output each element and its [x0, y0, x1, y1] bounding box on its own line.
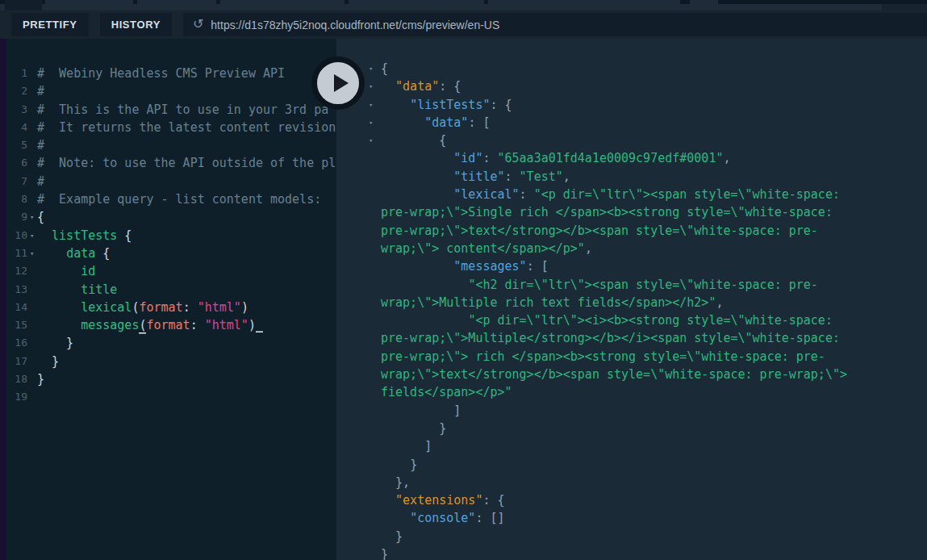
collapse-arrow-icon[interactable]: ▾: [369, 96, 377, 114]
code-segment: [37, 318, 81, 332]
app-root: PRETTIFY HISTORY ↺ https://d1s78zhy5i2no…: [0, 0, 927, 560]
code-line: 16 }: [6, 334, 336, 352]
tab[interactable]: [5, 0, 42, 10]
code-segment: pre-wrap;\">Multiple</strong></b></i><sp…: [381, 331, 840, 345]
reload-icon[interactable]: ↺: [193, 18, 203, 31]
endpoint-url-box[interactable]: ↺ https://d1s78zhy5i2noq.cloudfront.net/…: [183, 13, 927, 36]
result-line: pre-wrap;\">Multiple</strong></b></i><sp…: [336, 329, 927, 347]
line-number: 19: [6, 388, 27, 406]
code-segment: }: [381, 547, 388, 560]
query-text: messages(format: "html"): [37, 316, 336, 334]
fold-arrow-icon[interactable]: ▾: [30, 227, 38, 244]
code-segment: "data": [424, 115, 468, 130]
code-segment: : {: [490, 98, 512, 112]
collapse-arrow-icon[interactable]: ▾: [369, 114, 377, 132]
result-line: wrap;\">Multiple rich text fields</span>…: [336, 294, 927, 311]
error-underline: [256, 320, 263, 332]
code-segment: }: [37, 336, 73, 350]
result-line: wrap;\"> content</span></p>",: [336, 240, 927, 257]
result-line: },: [336, 474, 927, 491]
tab[interactable]: [488, 0, 680, 10]
code-line: 18}: [6, 370, 336, 388]
fold-arrow-icon[interactable]: ▾: [30, 244, 38, 262]
result-text: wrap;\"> content</span></p>",: [381, 240, 927, 257]
result-line: ▾{: [336, 60, 927, 77]
code-line: 7#: [6, 173, 336, 190]
code-line: 6# Note: to use the API outside of the p…: [6, 154, 336, 172]
result-line: }: [336, 456, 927, 474]
code-line: 9▾{: [6, 208, 336, 226]
code-line: 1# Webiny Headless CMS Preview API: [6, 65, 336, 82]
code-segment: :: [183, 300, 198, 315]
code-segment: }: [410, 458, 417, 472]
code-line: 17 }: [6, 353, 336, 370]
result-line: ▾ "listTests": {: [336, 96, 927, 114]
code-segment: id: [81, 264, 95, 278]
code-line: 8# Example query - list content models:: [6, 190, 336, 208]
query-text: }: [37, 334, 336, 352]
result-text: "console": []: [381, 509, 927, 527]
query-text: # Example query - list content models:: [37, 190, 336, 208]
result-line: wrap;\">text</strong></b><span style=\"w…: [336, 366, 927, 383]
history-button[interactable]: HISTORY: [100, 13, 172, 36]
line-number: 17: [6, 353, 27, 370]
code-segment: "lexical": [453, 187, 519, 202]
result-text: wrap;\">Multiple rich text fields</span>…: [381, 294, 927, 311]
code-line: 15 messages(format: "html"): [6, 316, 336, 334]
code-segment: pre-wrap;\">text</strong></b><span style…: [381, 224, 818, 238]
collapse-arrow-icon[interactable]: ▾: [369, 132, 377, 149]
result-line: pre-wrap;\">text</strong></b><span style…: [336, 222, 927, 240]
code-segment: [37, 228, 52, 243]
result-line: "messages": [: [336, 257, 927, 275]
collapse-arrow-icon[interactable]: ▾: [369, 60, 377, 77]
tab-strip-band-right: [882, 4, 927, 10]
code-segment: "data": [395, 79, 439, 94]
code-segment: data: [66, 246, 95, 261]
code-segment: "listTests": [410, 98, 490, 112]
query-editor-pane[interactable]: 1# Webiny Headless CMS Preview API2#3# T…: [6, 39, 336, 560]
line-number: 6: [6, 154, 27, 172]
result-text: ]: [381, 437, 927, 455]
tab[interactable]: [349, 0, 484, 10]
tab[interactable]: [137, 0, 216, 10]
line-number: 8: [6, 190, 27, 208]
code-segment: [37, 300, 81, 315]
code-segment: ,: [723, 151, 730, 165]
tab[interactable]: [45, 0, 133, 10]
collapse-arrow-icon[interactable]: ▾: [369, 77, 377, 95]
line-number: 13: [6, 281, 27, 299]
code-segment: :: [190, 318, 205, 332]
toolbar: PRETTIFY HISTORY ↺ https://d1s78zhy5i2no…: [0, 10, 927, 39]
result-text: pre-wrap;\">Multiple</strong></b></i><sp…: [381, 329, 927, 347]
result-line: }: [336, 545, 927, 560]
tab[interactable]: [220, 0, 344, 10]
result-text: },: [381, 474, 927, 491]
execute-query-button[interactable]: [311, 56, 365, 110]
result-text: "title": "Test",: [381, 168, 927, 186]
line-number: 7: [6, 173, 27, 190]
line-number: 5: [6, 136, 27, 154]
code-segment: }: [439, 421, 446, 436]
code-segment: "console": [410, 511, 475, 525]
query-text: # This is the API to use in your 3rd pa: [37, 101, 336, 119]
result-text: "<p dir=\"ltr\"><i><b><strong style=\"wh…: [381, 311, 927, 329]
code-segment: : [: [527, 259, 549, 274]
code-segment: : {: [482, 493, 504, 508]
result-text: "listTests": {: [381, 96, 927, 114]
result-line: "id": "65aa3a01fd4a1e0009c97edf#0001",: [336, 149, 927, 167]
tab[interactable]: [690, 0, 718, 10]
query-text: # It returns the latest content revision: [37, 119, 336, 136]
result-text: }: [381, 528, 927, 545]
code-segment: ]: [424, 439, 432, 453]
code-segment: "extensions": [395, 493, 482, 508]
code-segment: messages: [81, 318, 139, 332]
prettify-button[interactable]: PRETTIFY: [11, 13, 89, 36]
result-line: }: [336, 528, 927, 545]
code-segment: "Test": [520, 169, 563, 184]
response-pane: ▾{▾ "data": {▾ "listTests": {▾ "data": […: [336, 39, 927, 560]
code-segment: #: [37, 138, 44, 153]
result-text: ]: [381, 402, 927, 420]
line-number: 18: [6, 370, 27, 388]
result-line: "console": []: [336, 509, 927, 527]
fold-arrow-icon[interactable]: ▾: [30, 208, 38, 226]
